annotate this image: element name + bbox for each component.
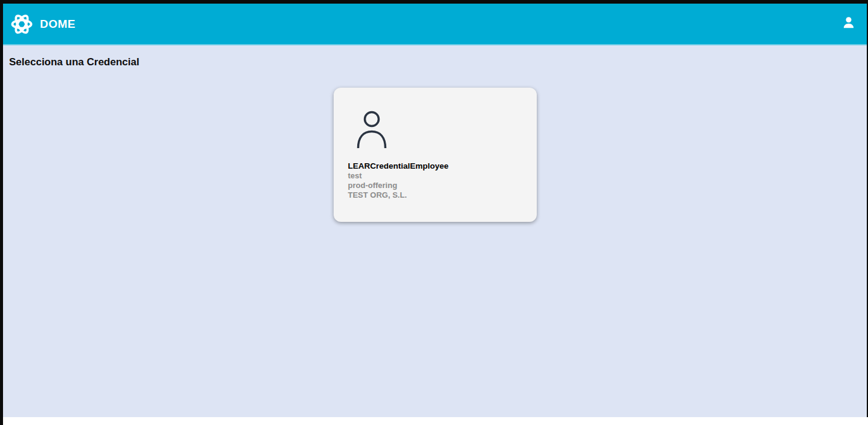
- person-icon: [841, 15, 857, 33]
- app-header: DOME: [3, 4, 867, 45]
- brand-logo[interactable]: DOME: [8, 12, 76, 36]
- brand-name: DOME: [40, 18, 76, 31]
- credential-card[interactable]: LEARCredentialEmployee test prod-offerin…: [334, 88, 537, 222]
- window-edge-left: [0, 0, 3, 425]
- app-window: DOME Selecciona una Credencial: [0, 0, 868, 425]
- credential-line: TEST ORG, S.L.: [348, 190, 522, 200]
- page-title: Selecciona una Credencial: [9, 56, 867, 68]
- main-content: Selecciona una Credencial LEARCredential…: [3, 47, 867, 417]
- window-edge-top: [0, 0, 868, 4]
- user-menu-button[interactable]: [839, 15, 858, 34]
- credential-title: LEARCredentialEmployee: [348, 161, 522, 171]
- credential-line: test: [348, 171, 522, 181]
- person-outline-icon: [357, 111, 522, 152]
- credential-line: prod-offering: [348, 181, 522, 190]
- dome-knot-icon: [8, 12, 35, 36]
- footer-strip: [0, 417, 868, 425]
